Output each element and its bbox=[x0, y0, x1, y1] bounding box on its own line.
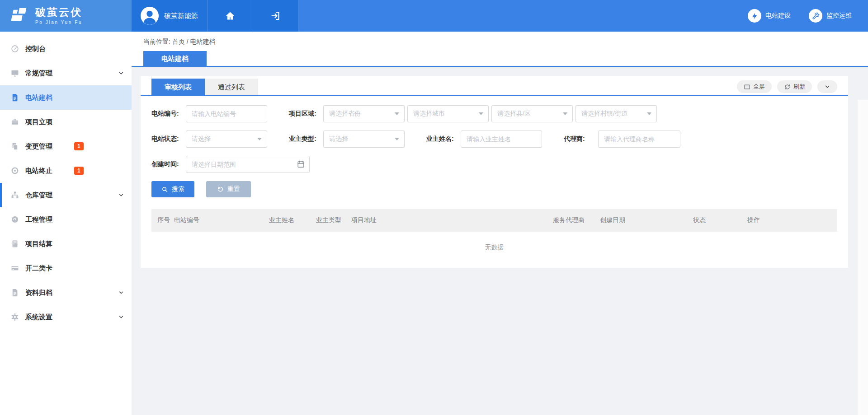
owner-name-input[interactable] bbox=[461, 131, 542, 148]
dashboard-icon bbox=[10, 44, 19, 53]
field-owner-type: 业主类型: 请选择 bbox=[289, 131, 405, 148]
project-region-label: 项目区域: bbox=[289, 110, 323, 118]
search-button[interactable]: 搜索 bbox=[151, 181, 194, 197]
sidebar-item-station-filing[interactable]: 电站建档 bbox=[0, 85, 132, 110]
nav-monitor-ops[interactable]: 监控运维 bbox=[809, 9, 852, 23]
collapse-toggle-button[interactable] bbox=[817, 80, 837, 93]
field-agent: 代理商: bbox=[564, 131, 680, 148]
status-badge: 1 bbox=[74, 142, 84, 150]
sidebar-item-system-settings[interactable]: 系统设置 bbox=[0, 305, 132, 329]
sidebar-item-change-mgmt[interactable]: 变更管理 1 bbox=[0, 134, 132, 159]
filter-actions: 搜索 重置 bbox=[151, 181, 837, 197]
search-icon bbox=[161, 186, 168, 193]
sidebar-item-project-settlement[interactable]: 项目结算 bbox=[0, 232, 132, 256]
filter-form: 电站编号: 项目区域: 请选择省份 请选择城市 bbox=[141, 96, 848, 197]
station-no-input[interactable] bbox=[186, 105, 267, 122]
brand-logo-icon bbox=[9, 7, 30, 24]
fullscreen-button[interactable]: 全屏 bbox=[737, 80, 772, 93]
field-owner-name: 业主姓名: bbox=[426, 131, 542, 148]
station-status-select[interactable]: 请选择 bbox=[186, 131, 267, 148]
breadcrumb-prefix: 当前位置: bbox=[143, 38, 170, 45]
app-header: 破茧云伏 Po Jian Yun Fu 破茧新能源 bbox=[0, 0, 868, 32]
home-button[interactable] bbox=[208, 0, 253, 32]
sidebar: 控制台 常规管理 bbox=[0, 32, 132, 415]
owner-type-label: 业主类型: bbox=[289, 135, 323, 143]
nav-monitor-ops-label: 监控运维 bbox=[826, 12, 852, 20]
col-project-address: 项目地址 bbox=[349, 209, 550, 232]
caret-down-icon bbox=[257, 138, 262, 140]
sidebar-item-console[interactable]: 控制台 bbox=[0, 37, 132, 61]
header-right-nav: 电站建设 监控运维 bbox=[299, 0, 868, 32]
date-range-picker[interactable] bbox=[186, 156, 310, 173]
home-icon bbox=[225, 10, 236, 21]
col-created-date: 创建日期 bbox=[597, 209, 690, 232]
col-owner-name: 业主姓名 bbox=[266, 209, 313, 232]
sidebar-item-station-termination[interactable]: 电站终止 1 bbox=[0, 159, 132, 183]
col-seq: 序号 bbox=[151, 209, 171, 232]
caret-down-icon bbox=[647, 112, 651, 115]
breadcrumb: 当前位置: 首页 / 电站建档 bbox=[132, 38, 868, 51]
field-created-time: 创建时间: bbox=[151, 156, 310, 173]
field-station-status: 电站状态: 请选择 bbox=[151, 131, 267, 148]
scrollbar-track[interactable] bbox=[857, 100, 868, 415]
sidebar-item-warehouse-mgmt[interactable]: 仓库管理 bbox=[0, 183, 132, 207]
main-area: 当前位置: 首页 / 电站建档 电站建档 审核列表 通过列表 bbox=[132, 32, 868, 415]
agent-label: 代理商: bbox=[564, 135, 598, 143]
tab-review-list[interactable]: 审核列表 bbox=[151, 79, 205, 95]
tab-passed-list[interactable]: 通过列表 bbox=[205, 79, 258, 95]
col-owner-type: 业主类型 bbox=[313, 209, 349, 232]
sitemap-icon bbox=[10, 191, 19, 200]
fullscreen-icon bbox=[744, 84, 750, 90]
copy-icon bbox=[10, 142, 19, 151]
user-menu[interactable]: 破茧新能源 bbox=[132, 0, 208, 32]
breadcrumb-current-link[interactable]: 电站建档 bbox=[190, 38, 215, 45]
col-service-agent: 服务代理商 bbox=[550, 209, 597, 232]
sidebar-item-engineering-mgmt[interactable]: 工程管理 bbox=[0, 207, 132, 232]
province-select[interactable]: 请选择省份 bbox=[323, 105, 405, 122]
agent-input[interactable] bbox=[598, 131, 680, 148]
sign-in-icon bbox=[270, 10, 281, 21]
city-select[interactable]: 请选择城市 bbox=[407, 105, 489, 122]
sidebar-item-open-class2-card[interactable]: 开二类卡 bbox=[0, 256, 132, 280]
refresh-icon bbox=[784, 84, 791, 90]
chevron-down-icon bbox=[118, 70, 124, 76]
page-tab-station-filing[interactable]: 电站建档 bbox=[143, 51, 207, 66]
date-range-input[interactable] bbox=[186, 156, 310, 173]
panel-tools: 全屏 刷新 bbox=[737, 80, 837, 93]
chevron-down-icon bbox=[118, 314, 124, 320]
filter-row-2: 电站状态: 请选择 业主类型: 请选择 bbox=[151, 131, 837, 148]
station-no-label: 电站编号: bbox=[151, 110, 186, 118]
reset-button[interactable]: 重置 bbox=[206, 181, 251, 197]
station-status-label: 电站状态: bbox=[151, 135, 186, 143]
brand-name: 破茧云伏 bbox=[35, 7, 82, 18]
topbar: 当前位置: 首页 / 电站建档 电站建档 bbox=[132, 32, 868, 67]
nav-station-build-label: 电站建设 bbox=[765, 12, 791, 20]
reset-icon bbox=[217, 186, 224, 193]
brand-logo: 破茧云伏 Po Jian Yun Fu bbox=[0, 0, 132, 32]
nav-station-build[interactable]: 电站建设 bbox=[748, 9, 791, 23]
town-select[interactable]: 请选择村镇/街道 bbox=[576, 105, 657, 122]
chevron-down-icon bbox=[824, 84, 830, 90]
briefcase-icon bbox=[10, 117, 19, 126]
gauge-icon bbox=[10, 215, 19, 224]
county-select[interactable]: 请选择县/区 bbox=[491, 105, 573, 122]
caret-down-icon bbox=[563, 112, 567, 115]
sidebar-item-general-mgmt[interactable]: 常规管理 bbox=[0, 61, 132, 85]
empty-state-text: 无数据 bbox=[151, 232, 837, 265]
panel-card: 审核列表 通过列表 全屏 bbox=[141, 76, 848, 268]
app-root: 破茧云伏 Po Jian Yun Fu 破茧新能源 bbox=[0, 0, 868, 415]
sign-in-button[interactable] bbox=[253, 0, 299, 32]
sidebar-item-project-initiation[interactable]: 项目立项 bbox=[0, 110, 132, 134]
content: 审核列表 通过列表 全屏 bbox=[132, 67, 868, 268]
caret-down-icon bbox=[395, 138, 399, 140]
caret-down-icon bbox=[395, 112, 399, 115]
breadcrumb-home-link[interactable]: 首页 bbox=[172, 38, 185, 45]
lightning-icon bbox=[748, 9, 761, 23]
brand-text: 破茧云伏 Po Jian Yun Fu bbox=[35, 7, 82, 24]
sidebar-item-data-archive[interactable]: 资料归档 bbox=[0, 280, 132, 305]
refresh-button[interactable]: 刷新 bbox=[777, 80, 812, 93]
file-text-icon bbox=[10, 93, 19, 102]
card-icon bbox=[10, 264, 19, 273]
owner-type-select[interactable]: 请选择 bbox=[323, 131, 405, 148]
col-actions: 操作 bbox=[745, 209, 837, 232]
